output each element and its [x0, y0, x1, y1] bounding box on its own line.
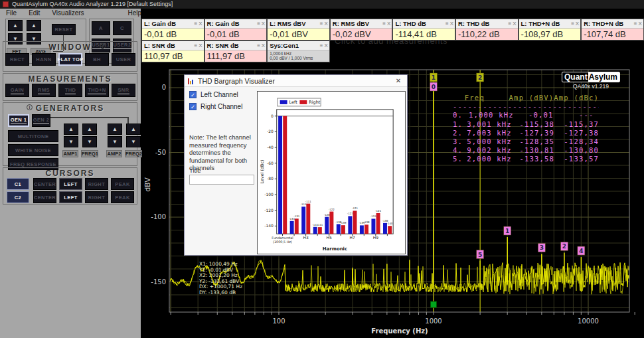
menu-icon[interactable]: ≡: [634, 21, 637, 27]
close-icon[interactable]: X: [513, 21, 516, 27]
menu-item-visualizers[interactable]: Visualizers: [46, 9, 90, 17]
menu-icon[interactable]: ≡: [320, 21, 323, 27]
window-button-bh[interactable]: BH: [85, 53, 109, 66]
checkbox-right-channel[interactable]: ✓: [189, 103, 197, 110]
close-icon[interactable]: X: [450, 21, 453, 27]
meter-panel[interactable]: L: RMS dBV≡X-0,01 dBV: [267, 19, 330, 41]
close-icon[interactable]: ✕: [393, 77, 404, 84]
bargraph-icon: [188, 78, 195, 84]
cursor-c2-right-label: RIGHT: [88, 195, 105, 201]
close-icon[interactable]: X: [387, 21, 390, 27]
bar-x-tick: H5: [327, 235, 332, 240]
meter-panel[interactable]: R: THD dB≡X-110,22 dB: [455, 19, 519, 41]
meter-panel[interactable]: R: SNR dB≡X111,97 dB: [204, 41, 268, 62]
cursor-c1-right[interactable]: RIGHT: [85, 178, 108, 190]
bar-right-h2: [295, 218, 299, 234]
cursor-c2-button-label: C2: [15, 195, 21, 201]
title-field-input[interactable]: [189, 175, 254, 185]
cursor-c1-center[interactable]: CENTER: [33, 178, 56, 190]
window-button-hann[interactable]: HANN: [32, 53, 56, 66]
up-arrow-icon[interactable]: ▲: [82, 124, 97, 135]
meter-label: R: RMS dBV: [333, 20, 369, 27]
cursor-c2-button[interactable]: C2: [7, 191, 29, 203]
menu-icon[interactable]: ≡: [195, 42, 198, 48]
menu-item-file[interactable]: File: [0, 9, 23, 17]
cursor-c2-center[interactable]: CENTER: [33, 191, 56, 203]
title-bar[interactable]: QuantAsylum QA40x Audio Analyzer 1.219 […: [0, 0, 644, 9]
up-arrow-icon[interactable]: ▲: [8, 20, 23, 31]
meter-panel[interactable]: R: Gain dB≡X-0,01 dB: [204, 19, 268, 41]
bar-left-h3: [301, 207, 305, 234]
close-icon[interactable]: X: [199, 21, 202, 27]
cursor-c1-button[interactable]: C1: [7, 178, 29, 190]
mode-button-multitone[interactable]: MULTITONE: [8, 130, 58, 142]
reset-button[interactable]: RESET: [52, 24, 76, 35]
close-icon[interactable]: X: [638, 21, 641, 27]
checkbox-left-channel[interactable]: ✓: [189, 91, 197, 98]
menu-icon[interactable]: ≡: [257, 21, 260, 27]
menu-icon[interactable]: ≡: [445, 21, 449, 27]
close-icon[interactable]: X: [262, 42, 265, 48]
window-button-user[interactable]: USER: [112, 53, 135, 66]
meter-panel[interactable]: Sys:Gen1≡X1,0004 kHz0,00 dBV / 1,000 Vrm…: [267, 41, 330, 62]
cursor-c2-right[interactable]: RIGHT: [85, 191, 108, 203]
menu-item-help[interactable]: Help: [122, 9, 148, 17]
cursor-c2-peak[interactable]: PEAK: [111, 191, 134, 203]
bar-x-tick: (1000,5 Hz): [273, 240, 292, 244]
info-icon[interactable]: i: [100, 43, 106, 49]
meter-value: 111,97 dB: [205, 50, 267, 62]
cursor-c1-peak[interactable]: PEAK: [111, 178, 134, 190]
close-icon[interactable]: X: [324, 42, 327, 48]
up-arrow-icon[interactable]: ▲: [64, 124, 78, 135]
meter-panel[interactable]: L: SNR dB≡X110,97 dB: [141, 41, 204, 62]
measure-button-rms[interactable]: RMS: [32, 84, 56, 97]
app-icon: [3, 1, 9, 7]
gen2-button[interactable]: GEN 2: [32, 114, 50, 127]
x-tick-label: 100: [272, 317, 285, 325]
meter-panel[interactable]: L: THD dB≡X-114,41 dB: [392, 19, 455, 41]
close-icon[interactable]: X: [199, 42, 202, 48]
close-icon[interactable]: X: [324, 21, 327, 27]
menu-icon[interactable]: ≡: [571, 21, 574, 27]
window-button-flat-top[interactable]: FLAT TOP: [58, 53, 82, 66]
mode-button-white-noise[interactable]: WHITE NOISE: [8, 144, 58, 156]
down-arrow-icon[interactable]: ▼: [64, 136, 78, 147]
measure-button-thdplusn[interactable]: THD+N: [85, 84, 109, 97]
menu-icon[interactable]: ≡: [257, 42, 260, 48]
measure-button-gain[interactable]: GAIN: [5, 84, 29, 97]
io-button-a[interactable]: A: [92, 21, 110, 35]
meter-panel[interactable]: L: Gain dB≡X-0,01 dB: [141, 19, 204, 41]
gen1-button[interactable]: GEN 1: [8, 114, 29, 127]
up-arrow-icon[interactable]: ▲: [126, 124, 141, 135]
menu-icon[interactable]: ≡: [509, 21, 512, 27]
measure-button-thd[interactable]: THD: [58, 84, 82, 97]
close-icon[interactable]: X: [262, 21, 265, 27]
menu-item-edit[interactable]: Edit: [23, 9, 46, 17]
menu-icon[interactable]: ≡: [195, 21, 198, 27]
down-arrow-icon[interactable]: ▼: [82, 136, 97, 147]
meter-panel[interactable]: L: THD+N dB≡X-108,97 dB: [519, 19, 582, 41]
info-icon[interactable]: i: [27, 104, 33, 110]
down-arrow-icon[interactable]: ▼: [108, 136, 122, 147]
up-arrow-icon[interactable]: ▲: [108, 124, 122, 135]
window-button-rect[interactable]: RECT: [5, 53, 29, 66]
window-button-rect-label: RECT: [10, 56, 25, 62]
meter-panel[interactable]: R: THD+N dB≡X-107,74 dB: [581, 19, 644, 41]
generators-title: GENERATORS: [0, 104, 140, 114]
thd-bargraph-chart: 0-20-40-60-80-100-120-140Fundamental(100…: [257, 91, 406, 254]
meter-panel[interactable]: R: RMS dBV≡X-0,02 dBV: [330, 19, 393, 41]
cursor-c1-left[interactable]: LEFT: [59, 178, 82, 190]
menu-icon[interactable]: ≡: [320, 42, 323, 48]
measure-button-snr[interactable]: SNR: [112, 84, 135, 97]
down-arrow-icon[interactable]: ▼: [126, 136, 141, 147]
dialog-title-bar[interactable]: THD Bargraph Visualizer ✕: [185, 75, 407, 87]
io-button-c[interactable]: C: [113, 21, 131, 35]
cell-freq: 2,000 kHz: [467, 155, 519, 163]
meter-value: 110,97 dB: [142, 50, 204, 62]
cursor-c2-left[interactable]: LEFT: [59, 191, 82, 203]
menu-icon[interactable]: ≡: [382, 21, 386, 27]
close-icon[interactable]: X: [576, 21, 579, 27]
meter-value: 1,0004 kHz0,00 dBV / 1,000 Vrms: [268, 50, 329, 62]
up-arrow-icon[interactable]: ▲: [27, 20, 41, 31]
fundamental-bin-marker[interactable]: [431, 301, 437, 307]
